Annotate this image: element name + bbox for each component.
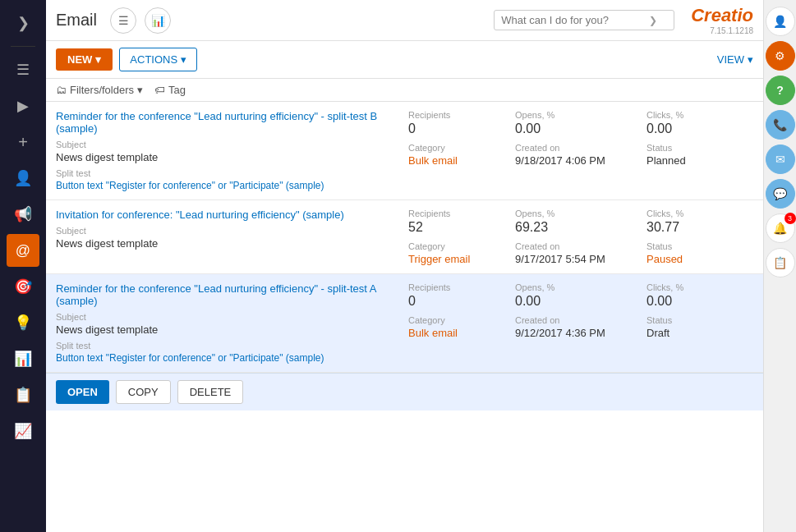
opens-value: 0.00 xyxy=(515,122,646,136)
search-arrow-icon: ❯ xyxy=(649,15,657,26)
nav-play-icon[interactable]: ▶ xyxy=(7,89,39,122)
status-value: Paused xyxy=(646,253,753,265)
category-label: Category xyxy=(408,315,515,325)
split-test-value[interactable]: Button text "Register for conference" or… xyxy=(56,180,408,191)
list-view-toggle[interactable]: ☰ xyxy=(110,7,136,34)
recipients-label: Recipients xyxy=(408,282,515,292)
nav-divider xyxy=(11,46,35,47)
right-sidebar: 👤 ⚙ ? 📞 ✉ 💬 🔔 3 📋 xyxy=(763,0,796,532)
created-label: Created on xyxy=(515,143,646,153)
category-label: Category xyxy=(408,143,515,153)
mail-icon[interactable]: ✉ xyxy=(766,144,795,174)
email-list: Reminder for the conference "Lead nurtur… xyxy=(46,102,763,532)
subject-label: Subject xyxy=(56,140,408,149)
category-value: Bulk email xyxy=(408,327,515,339)
view-button[interactable]: VIEW ▾ xyxy=(717,53,753,66)
filters-folders-item[interactable]: 🗂 Filters/folders ▾ xyxy=(56,84,143,96)
row-main-col: Reminder for the conference "Lead nurtur… xyxy=(56,110,408,191)
new-button-arrow: ▾ xyxy=(95,53,101,66)
nav-chart-icon[interactable]: 📈 xyxy=(7,415,39,447)
notifications-icon[interactable]: 🔔 3 xyxy=(766,213,795,243)
email-title[interactable]: Reminder for the conference "Lead nurtur… xyxy=(56,110,408,135)
nav-menu-icon[interactable]: ☰ xyxy=(7,53,39,86)
recipients-value: 0 xyxy=(408,122,515,136)
category-value: Bulk email xyxy=(408,154,515,167)
created-value: 9/12/2017 4:36 PM xyxy=(515,327,646,339)
view-button-arrow: ▾ xyxy=(748,53,753,66)
opens-col: Opens, % 0.00 Created on 9/18/2017 4:06 … xyxy=(515,110,646,191)
row-main-col: Reminder for the conference "Lead nurtur… xyxy=(56,282,408,364)
help-icon[interactable]: ? xyxy=(766,76,795,105)
subject-label: Subject xyxy=(56,226,408,236)
left-navigation: ❯ ☰ ▶ + 👤 📢 @ 🎯 💡 📊 📋 📈 xyxy=(0,0,46,532)
notification-badge: 3 xyxy=(784,213,796,224)
phone-icon[interactable]: 📞 xyxy=(766,110,795,140)
clicks-label: Clicks, % xyxy=(646,110,753,120)
created-label: Created on xyxy=(515,315,646,325)
created-label: Created on xyxy=(515,241,646,251)
nav-analytics-icon[interactable]: 📊 xyxy=(7,342,39,375)
email-title[interactable]: Reminder for the conference "Lead nurtur… xyxy=(56,282,408,307)
table-row[interactable]: Reminder for the conference "Lead nurtur… xyxy=(46,102,763,200)
clicks-value: 30.77 xyxy=(646,220,753,235)
clicks-value: 0.00 xyxy=(646,122,753,136)
opens-value: 0.00 xyxy=(515,294,646,309)
actions-button-label: ACTIONS xyxy=(130,53,177,66)
settings-icon[interactable]: ⚙ xyxy=(766,41,795,71)
nav-user-icon[interactable]: 👤 xyxy=(7,162,39,195)
category-value: Trigger email xyxy=(408,253,515,265)
opens-label: Opens, % xyxy=(515,209,646,218)
nav-idea-icon[interactable]: 💡 xyxy=(7,306,39,339)
status-label: Status xyxy=(646,143,753,153)
recipients-col: Recipients 52 Category Trigger email xyxy=(408,209,515,265)
nav-broadcast-icon[interactable]: 📢 xyxy=(7,198,39,231)
email-title[interactable]: Invitation for conference: "Lead nurturi… xyxy=(56,209,408,221)
row-main-col: Invitation for conference: "Lead nurturi… xyxy=(56,209,408,265)
opens-col: Opens, % 0.00 Created on 9/12/2017 4:36 … xyxy=(515,282,646,364)
clicks-col: Clicks, % 0.00 Status Planned xyxy=(646,110,753,191)
new-button-label: NEW xyxy=(67,53,92,66)
opens-value: 69.23 xyxy=(515,220,646,235)
status-value: Draft xyxy=(646,327,753,339)
search-bar[interactable]: ❯ xyxy=(494,10,674,30)
status-value: Planned xyxy=(646,154,753,167)
filter-icon: 🗂 xyxy=(56,84,67,96)
main-content: Email ☰ 📊 ❯ Creatio 7.15.1.1218 NEW ▾ AC… xyxy=(46,0,763,532)
chart-view-toggle[interactable]: 📊 xyxy=(145,7,171,34)
recipients-label: Recipients xyxy=(408,110,515,120)
profile-icon[interactable]: 👤 xyxy=(766,7,795,36)
split-test-value[interactable]: Button text "Register for conference" or… xyxy=(56,352,408,364)
delete-button[interactable]: DELETE xyxy=(177,380,244,404)
recipients-col: Recipients 0 Category Bulk email xyxy=(408,110,515,191)
logo-version: 7.15.1.1218 xyxy=(691,26,753,35)
filters-folders-arrow: ▾ xyxy=(137,84,143,96)
search-input[interactable] xyxy=(501,14,649,26)
tag-label: Tag xyxy=(168,84,186,96)
action-bar: NEW ▾ ACTIONS ▾ VIEW ▾ xyxy=(46,41,763,79)
open-button[interactable]: OPEN xyxy=(56,380,109,404)
created-value: 9/17/2017 5:54 PM xyxy=(515,253,646,265)
recipients-col: Recipients 0 Category Bulk email xyxy=(408,282,515,364)
nav-target-icon[interactable]: 🎯 xyxy=(7,270,39,303)
recipients-label: Recipients xyxy=(408,209,515,218)
chat-icon[interactable]: 💬 xyxy=(766,179,795,209)
table-row[interactable]: Reminder for the conference "Lead nurtur… xyxy=(46,274,763,373)
clipboard-icon[interactable]: 📋 xyxy=(766,248,795,277)
page-title: Email xyxy=(56,11,97,30)
copy-button[interactable]: COPY xyxy=(116,380,171,404)
actions-button[interactable]: ACTIONS ▾ xyxy=(119,48,197,71)
nav-expand-icon[interactable]: ❯ xyxy=(7,7,39,39)
nav-email-icon[interactable]: @ xyxy=(7,234,39,267)
top-bar: Email ☰ 📊 ❯ Creatio 7.15.1.1218 xyxy=(46,0,763,41)
filter-bar: 🗂 Filters/folders ▾ 🏷 Tag xyxy=(46,79,763,102)
new-button[interactable]: NEW ▾ xyxy=(56,48,113,71)
nav-add-icon[interactable]: + xyxy=(7,126,39,158)
clicks-label: Clicks, % xyxy=(646,282,753,292)
tag-item[interactable]: 🏷 Tag xyxy=(154,84,186,96)
category-label: Category xyxy=(408,241,515,251)
recipients-value: 52 xyxy=(408,220,515,235)
table-row[interactable]: Invitation for conference: "Lead nurturi… xyxy=(46,200,763,274)
subject-value: News digest template xyxy=(56,151,408,163)
nav-list-icon[interactable]: 📋 xyxy=(7,378,39,411)
subject-value: News digest template xyxy=(56,323,408,336)
